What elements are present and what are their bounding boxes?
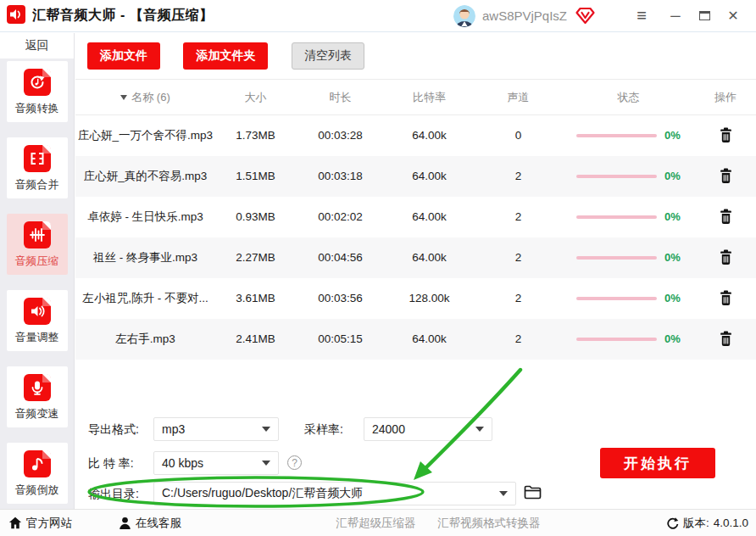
sidebar-item-audio-merge[interactable]: 音频合并 <box>7 137 68 198</box>
progress-percent: 0% <box>664 292 681 304</box>
online-support-link[interactable]: 在线客服 <box>119 510 181 536</box>
file-duration: 00:03:28 <box>296 115 385 156</box>
file-channels: 2 <box>474 197 563 237</box>
maximize-button[interactable] <box>690 5 719 27</box>
output-dir-label: 输出目录: <box>88 482 139 505</box>
sidebar-item-audio-reverse[interactable]: 音频倒放 <box>7 443 68 504</box>
file-channels: 2 <box>474 156 563 197</box>
file-name: 左小祖咒,陈升 - 不要对... <box>75 278 215 319</box>
column-header-status[interactable]: 状态 <box>563 80 694 115</box>
sample-rate-select[interactable]: 24000 <box>364 417 492 441</box>
sidebar: 返回 音频转换 音频合并 音频压缩 <box>0 33 75 509</box>
sidebar-item-audio-convert[interactable]: 音频转换 <box>7 61 68 122</box>
delete-button[interactable] <box>717 126 735 145</box>
app-logo-icon <box>7 5 25 27</box>
file-bitrate: 64.00k <box>385 197 474 237</box>
sidebar-item-label: 音频变速 <box>15 406 59 422</box>
start-button[interactable]: 开始执行 <box>600 448 715 478</box>
sidebar-item-label: 音频合并 <box>15 177 59 193</box>
support-person-icon <box>119 516 131 530</box>
progress-bar <box>576 297 657 300</box>
file-name: 祖丝 - 终身事业.mp3 <box>75 237 215 278</box>
compressor-product-link[interactable]: 汇帮超级压缩器 <box>336 510 416 536</box>
column-header-name[interactable]: 名称 (6) <box>75 80 215 115</box>
table-row[interactable]: 庄心妍_真的不容易.mp3 1.51MB 00:03:18 64.00k 2 0… <box>75 156 756 197</box>
sidebar-item-audio-compress[interactable]: 音频压缩 <box>7 214 68 275</box>
chevron-down-icon <box>262 427 270 432</box>
table-row[interactable]: 庄心妍_一万个舍不得.mp3 1.73MB 00:03:28 64.00k 0 … <box>75 115 756 156</box>
help-icon[interactable]: ? <box>287 455 302 470</box>
progress-percent: 0% <box>664 251 681 264</box>
vip-badge-icon[interactable] <box>575 7 595 25</box>
table-row[interactable]: 祖丝 - 终身事业.mp3 2.27MB 00:04:56 64.00k 2 0… <box>75 237 756 278</box>
official-site-link[interactable]: 官方网站 <box>8 510 72 536</box>
settings-panel: 导出格式: mp3 采样率: 24000 比 特 率: 40 kbps ? 输出… <box>75 415 756 510</box>
file-table: 名称 (6) 大小 时长 比特率 声道 状态 操作 庄心妍_一万个舍不得.mp3… <box>75 79 756 360</box>
file-size: 1.73MB <box>215 115 296 156</box>
delete-button[interactable] <box>717 288 735 308</box>
file-bitrate: 64.00k <box>385 319 474 360</box>
app-window: 汇帮音频大师 - 【音频压缩】 awS8PVjPqIsZ ≡ ─ ✕ 返回 音频… <box>0 0 756 536</box>
column-header-action[interactable]: 操作 <box>694 80 756 115</box>
sample-rate-label: 采样率: <box>304 417 343 441</box>
column-header-duration[interactable]: 时长 <box>296 80 385 115</box>
file-duration: 00:03:18 <box>296 156 385 197</box>
file-channels: 0 <box>474 115 563 156</box>
close-button[interactable]: ✕ <box>719 5 748 27</box>
toolbar: 添加文件 添加文件夹 清空列表 <box>75 33 756 79</box>
menu-icon[interactable]: ≡ <box>627 5 656 27</box>
add-folder-button[interactable]: 添加文件夹 <box>183 42 268 70</box>
sidebar-item-audio-speed[interactable]: 音频变速 <box>7 366 68 427</box>
table-row[interactable]: 左右手.mp3 2.41MB 00:05:15 64.00k 2 0% <box>75 319 756 360</box>
column-header-size[interactable]: 大小 <box>215 80 296 115</box>
table-header-row: 名称 (6) 大小 时长 比特率 声道 状态 操作 <box>75 80 756 115</box>
merge-icon <box>24 145 51 172</box>
file-size: 0.93MB <box>215 197 296 237</box>
progress-percent: 0% <box>664 210 681 223</box>
file-name: 左右手.mp3 <box>75 319 215 360</box>
clear-list-button[interactable]: 清空列表 <box>292 42 364 70</box>
column-header-bitrate[interactable]: 比特率 <box>385 80 474 115</box>
sort-desc-icon <box>120 95 127 100</box>
browse-folder-button[interactable] <box>524 484 542 500</box>
file-duration: 00:02:02 <box>296 197 385 237</box>
export-format-label: 导出格式: <box>88 417 139 441</box>
progress-percent: 0% <box>664 170 681 182</box>
minimize-button[interactable]: ─ <box>661 5 690 27</box>
file-channels: 2 <box>474 237 563 278</box>
home-icon <box>8 516 22 529</box>
avatar[interactable] <box>453 5 475 27</box>
file-name: 庄心妍_真的不容易.mp3 <box>75 156 215 197</box>
sidebar-item-label: 音频压缩 <box>15 254 59 269</box>
delete-button[interactable] <box>717 329 735 349</box>
back-button[interactable]: 返回 <box>0 33 74 59</box>
compress-icon <box>24 221 51 248</box>
column-header-channels[interactable]: 声道 <box>474 80 563 115</box>
delete-button[interactable] <box>717 166 735 186</box>
table-row[interactable]: 卓依婷 - 生日快乐.mp3 0.93MB 00:02:02 64.00k 2 … <box>75 197 756 237</box>
progress-percent: 0% <box>664 129 681 142</box>
output-dir-select[interactable]: C:/Users/ruguo/Desktop/汇帮音频大师 <box>153 482 516 505</box>
chevron-down-icon <box>262 461 270 466</box>
bitrate-select[interactable]: 40 kbps <box>153 451 279 475</box>
add-file-button[interactable]: 添加文件 <box>87 42 160 70</box>
progress-bar <box>576 215 657 219</box>
sidebar-item-label: 音频倒放 <box>15 483 59 498</box>
progress-bar <box>576 338 657 341</box>
username: awS8PVjPqIsZ <box>482 8 567 23</box>
delete-button[interactable] <box>717 207 735 226</box>
file-channels: 2 <box>474 278 563 319</box>
delete-button[interactable] <box>717 248 735 267</box>
progress-bar <box>576 256 657 260</box>
file-name: 庄心妍_一万个舍不得.mp3 <box>75 115 215 156</box>
sidebar-item-volume-adjust[interactable]: 音量调整 <box>7 290 68 351</box>
maximize-icon <box>699 11 710 20</box>
file-name: 卓依婷 - 生日快乐.mp3 <box>75 197 215 237</box>
video-converter-product-link[interactable]: 汇帮视频格式转换器 <box>437 510 541 536</box>
table-row[interactable]: 左小祖咒,陈升 - 不要对... 3.61MB 00:03:56 128.00k… <box>75 278 756 319</box>
chevron-down-icon <box>499 491 508 496</box>
export-format-select[interactable]: mp3 <box>153 417 279 441</box>
sidebar-item-label: 音量调整 <box>15 330 59 345</box>
folder-icon <box>524 484 542 500</box>
progress-bar <box>576 134 657 137</box>
